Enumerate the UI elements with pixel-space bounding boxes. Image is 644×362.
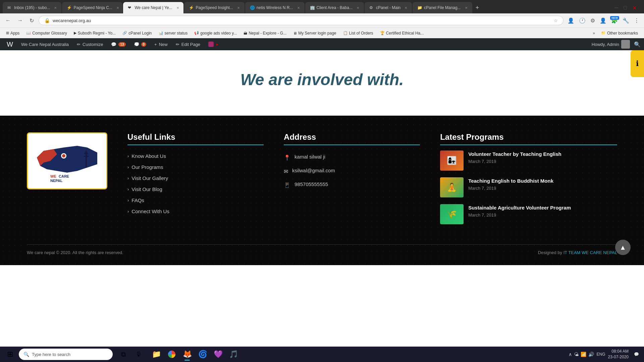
tab-close-netis[interactable]: ✕ <box>297 6 300 10</box>
tab-title-filemanager: cPanel File Manag... <box>424 5 461 10</box>
wp-edit-page[interactable]: ✏ Edit Page <box>172 38 204 50</box>
wp-logo-item[interactable]: W <box>3 38 16 50</box>
tab-close-pagespeed2[interactable]: ✕ <box>237 6 240 10</box>
link-know-about-us[interactable]: › Know About Us <box>127 150 264 162</box>
notification-bubble[interactable]: ℹ <box>631 50 644 77</box>
server-login-favicon: 🖥 <box>293 31 297 35</box>
back-button[interactable]: ← <box>3 16 13 25</box>
taskbar-time-display: 08:04 AM <box>608 349 629 354</box>
taskbar-right: ∧ 🌤 📶 🔊 ENG 08:04 AM 23-07-2020 💬 <box>569 349 641 360</box>
link-our-programs[interactable]: › Our Programs <box>127 162 264 173</box>
bookmark-server-status-label: server status <box>165 31 188 36</box>
link-faqs[interactable]: › FAQs <box>127 195 264 206</box>
tab-favicon-client: 🏢 <box>310 5 315 10</box>
link-connect[interactable]: › Connect With Us <box>127 206 264 217</box>
bookmark-computer-glossary[interactable]: 📖 Computer Glossary <box>23 30 69 37</box>
bookmark-cpanel-login[interactable]: 🔗 cPanel Login <box>120 30 154 37</box>
taskbar-search[interactable]: 🔍 Type here to search <box>19 349 113 360</box>
tab-close-client[interactable]: ✕ <box>357 6 359 10</box>
maximize-button[interactable]: □ <box>622 3 628 12</box>
tab-wecarenepal[interactable]: ❤ We care Nepal | Ye... ✕ <box>123 2 183 13</box>
taskbar-date-display: 23-07-2020 <box>608 354 629 360</box>
menu-button[interactable]: ⋮ <box>633 16 641 25</box>
bookmark-subodh[interactable]: ▶ Subodh Regmi - Yo... <box>71 30 118 37</box>
program-title-2[interactable]: Teaching English to Buddhist Monk <box>468 177 617 184</box>
chevron-icon[interactable]: ∧ <box>569 352 572 357</box>
taskbar: ⊞ 🔍 Type here to search ⧉ 🎙 📁 🦊 🌀 💜 🎵 <box>0 347 644 362</box>
account2-icon[interactable]: 👤 <box>598 16 608 25</box>
taskbar-firefox[interactable]: 🦊 <box>180 347 195 362</box>
tab-close-pagespeed1[interactable]: ✕ <box>116 6 119 10</box>
it-team-link[interactable]: IT TEAM WE CARE NEPAL <box>564 250 617 255</box>
tab-close-cpanel[interactable]: ✕ <box>405 6 407 10</box>
settings-icon[interactable]: ⚙ <box>589 16 596 25</box>
bookmark-server-login[interactable]: 🖥 My Server login page <box>290 30 339 37</box>
tab-close-filemanager[interactable]: ✕ <box>465 6 468 10</box>
taskbar-network-icon[interactable]: 📶 <box>581 352 586 357</box>
link-visit-blog[interactable]: › Visit Our Blog <box>127 184 264 195</box>
scroll-top-button[interactable]: ▲ <box>615 240 631 255</box>
new-tab-button[interactable]: + <box>473 4 482 11</box>
wp-site-name[interactable]: We Care Nepal Australia <box>18 38 72 50</box>
bookmark-apps[interactable]: ⊞ Apps <box>3 30 22 37</box>
bookmarks-more-button[interactable]: » <box>591 30 597 37</box>
other-favicon: 📁 <box>601 31 606 35</box>
bookmark-other[interactable]: 📁 Other bookmarks <box>598 30 641 37</box>
account-icon[interactable]: 👤 <box>566 16 576 25</box>
taskbar-notification-button[interactable]: 💬 <box>631 349 641 359</box>
link-visit-gallery[interactable]: › Visit Our Gallery <box>127 173 264 184</box>
tab-gmail[interactable]: ✉ Inbox (195) - subo... ✕ <box>3 2 61 13</box>
taskbar-file-explorer[interactable]: 📁 <box>149 347 164 362</box>
address-phone-text: 985705555555 <box>294 181 328 187</box>
bookmark-nepal-explore[interactable]: 🏔 Nepal - Explore - G... <box>241 30 289 37</box>
wp-comments[interactable]: 💬 13 <box>108 38 129 50</box>
bookmark-server-status[interactable]: 📊 server status <box>156 30 191 37</box>
bookmark-star-icon[interactable]: ☆ <box>554 18 558 23</box>
taskbar-media[interactable]: 🎵 <box>226 347 241 362</box>
bookmark-ethical-hacking[interactable]: 🏆 Certified Ethical Ha... <box>377 30 427 37</box>
tab-close-wecarenepal[interactable]: ✕ <box>176 6 179 10</box>
wp-customize[interactable]: ✏ Customize <box>73 38 106 50</box>
bookmark-list-orders-label: List of Orders <box>349 31 373 36</box>
program-info-1: Volunteer Teacher by Teaching English Ma… <box>468 150 617 164</box>
bookmark-apps-label: Apps <box>10 31 19 36</box>
task-view-button[interactable]: ⧉ <box>116 347 131 362</box>
forward-button[interactable]: → <box>15 16 25 25</box>
bookmark-google-ads[interactable]: 📢 google ads video y... <box>192 30 239 37</box>
main-content: ℹ We are involved with. <box>0 50 644 265</box>
taskbar-viber[interactable]: 💜 <box>211 347 225 362</box>
tab-client[interactable]: 🏢 Client Area - Baba... ✕ <box>305 2 364 13</box>
edit-page-label: Edit Page <box>181 42 200 47</box>
close-button[interactable]: ✕ <box>631 3 638 12</box>
bookmark-nepal-label: Nepal - Explore - G... <box>249 31 286 36</box>
tab-netis[interactable]: 🌐 netis Wireless N R... ✕ <box>245 2 305 13</box>
wp-logo-icon: W <box>7 41 13 48</box>
program-title-1[interactable]: Volunteer Teacher by Teaching English <box>468 150 617 158</box>
address-email-text: ksilwal@gmail.com <box>292 168 335 173</box>
taskbar-chrome[interactable] <box>164 347 179 362</box>
admin-avatar[interactable] <box>621 40 630 49</box>
location-icon: 📍 <box>284 155 290 161</box>
cortana-button[interactable]: 🎙 <box>131 347 146 362</box>
tab-pagespeed1[interactable]: ⚡ PageSpeed Ninja C... ✕ <box>62 2 122 13</box>
tab-pagespeed2[interactable]: ⚡ PageSpeed Insight... ✕ <box>184 2 244 13</box>
link-faqs-label: FAQs <box>131 197 144 203</box>
wp-yoast[interactable]: ● <box>205 38 222 50</box>
address-bar[interactable]: 🔒 wecarenepal.org.au ☆ <box>39 16 564 25</box>
puzzle-icon[interactable]: 🔧 <box>621 16 631 25</box>
wp-pending[interactable]: 💭 0 <box>130 38 150 50</box>
refresh-button[interactable]: ↻ <box>28 16 36 25</box>
history-icon[interactable]: 🕐 <box>578 16 587 25</box>
tab-filemanager[interactable]: 📁 cPanel File Manag... ✕ <box>413 2 472 13</box>
start-button[interactable]: ⊞ <box>3 347 17 362</box>
taskbar-volume-icon[interactable]: 🔊 <box>588 352 594 357</box>
program-title-3[interactable]: Sustainable Agriculture Volunteer Progra… <box>468 204 617 211</box>
bookmark-list-orders[interactable]: 📋 List of Orders <box>340 30 376 37</box>
minimize-button[interactable]: ─ <box>613 3 620 12</box>
tab-cpanel[interactable]: ⚙ cPanel - Main ✕ <box>365 2 412 13</box>
taskbar-edge[interactable]: 🌀 <box>195 347 210 362</box>
wp-new[interactable]: + New <box>151 38 171 50</box>
wp-search-button[interactable]: 🔍 <box>634 41 641 48</box>
bookmark-google-ads-label: google ads video y... <box>200 31 237 36</box>
tab-close-gmail[interactable]: ✕ <box>54 6 57 10</box>
